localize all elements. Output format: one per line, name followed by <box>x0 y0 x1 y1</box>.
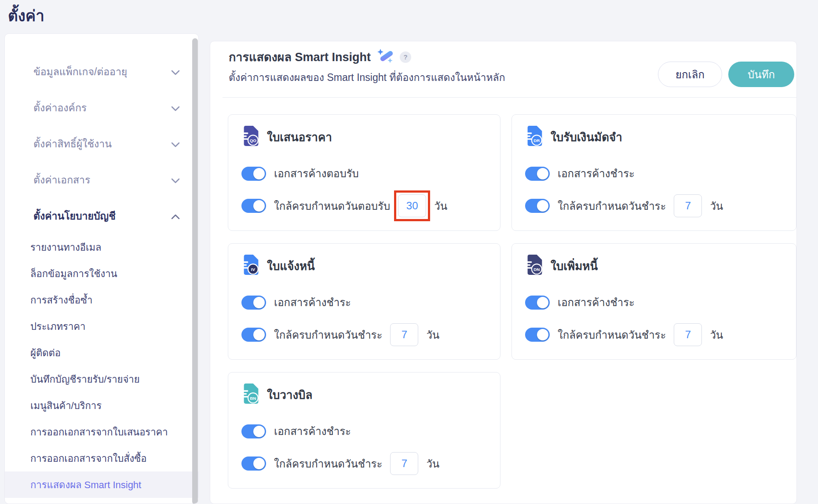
sidebar-item-smart-insight-display[interactable]: การแสดงผล Smart Insight <box>5 471 198 498</box>
toggle-label: ใกล้ครบกำหนดวันตอบรับ <box>274 197 390 215</box>
panel-subtitle: ตั้งค่าการแสดงผลของ Smart Insight ที่ต้อ… <box>229 69 505 85</box>
sidebar-item-product-service-menu[interactable]: เมนูสินค้า/บริการ <box>5 392 198 419</box>
sidebar-section-documents[interactable]: ตั้งค่าเอกสาร <box>5 162 198 198</box>
toggle-label: เอกสารค้างตอบรับ <box>274 165 359 182</box>
toggle-knob <box>253 200 265 212</box>
panel-header: การแสดงผล Smart Insight ? ต <box>210 41 796 87</box>
panel-title: การแสดงผล Smart Insight <box>229 47 371 66</box>
outstanding-payment-toggle[interactable] <box>241 296 266 310</box>
sidebar-item-label: ล็อกข้อมูลการใช้งาน <box>30 266 117 281</box>
outstanding-payment-toggle[interactable] <box>525 167 550 181</box>
toggle-knob <box>253 297 265 308</box>
sidebar-item-label: ประเภทราคา <box>30 319 85 334</box>
toggle-knob <box>253 426 265 437</box>
days-input[interactable] <box>674 323 702 346</box>
sidebar-section-accounting-policy[interactable]: ตั้งค่านโยบายบัญชี <box>5 198 198 234</box>
sidebar-item-income-expense-records[interactable]: บันทึกบัญชีรายรับ/รายจ่าย <box>5 366 198 392</box>
card-quotation: QO ใบเสนอราคา เอกสารค้างตอบรับ ใกล้ครบกำ… <box>228 114 500 231</box>
toggle-label: เอกสารค้างชำระ <box>274 423 351 440</box>
sidebar-item-label: รายงานทางอีเมล <box>30 240 102 255</box>
billing-note-document-icon: BN <box>241 383 261 406</box>
days-input[interactable] <box>674 194 702 217</box>
sidebar-scrollbar[interactable] <box>192 38 198 504</box>
debit-note-document-icon: DN <box>525 254 544 277</box>
toggle-knob <box>537 200 548 212</box>
toggle-label: เอกสารค้างชำระ <box>558 165 635 182</box>
card-invoice: IV ใบแจ้งหนี้ เอกสารค้างชำระ ใกล้ครบกำหน… <box>228 243 500 360</box>
chevron-down-icon <box>171 138 180 150</box>
card-deposit-receipt: DR ใบรับเงินมัดจำ เอกสารค้างชำระ ใกล้ครบ… <box>511 114 796 231</box>
near-due-toggle[interactable] <box>525 199 550 213</box>
outstanding-payment-toggle[interactable] <box>241 424 266 438</box>
days-input[interactable] <box>398 194 426 217</box>
near-due-toggle[interactable] <box>525 328 550 342</box>
sidebar-item-docs-from-purchase-order[interactable]: การออกเอกสารจากใบสั่งซื้อ <box>5 445 198 471</box>
sidebar-item-duplicate-names[interactable]: การสร้างชื่อซ้ำ <box>5 287 198 313</box>
cancel-button[interactable]: ยกเลิก <box>658 62 722 87</box>
sidebar-section-label: ตั้งค่าเอกสาร <box>33 172 90 188</box>
sidebar-item-label: บันทึกบัญชีรายรับ/รายจ่าย <box>30 372 140 387</box>
sidebar-item-lock-usage-data[interactable]: ล็อกข้อมูลการใช้งาน <box>5 260 198 287</box>
deposit-receipt-document-icon: DR <box>525 125 544 148</box>
days-unit-label: วัน <box>426 455 439 472</box>
sidebar-item-price-types[interactable]: ประเภทราคา <box>5 313 198 340</box>
sidebar-section-label: ตั้งค่าองค์กร <box>33 100 87 116</box>
toggle-label: ใกล้ครบกำหนดวันชำระ <box>558 326 666 343</box>
near-due-toggle[interactable] <box>241 328 266 342</box>
near-due-toggle[interactable] <box>241 199 266 213</box>
days-input[interactable] <box>390 452 418 475</box>
magic-wand-icon <box>376 48 394 66</box>
svg-text:DN: DN <box>533 267 540 272</box>
toggle-knob <box>537 168 548 179</box>
sidebar-item-contacts[interactable]: ผู้ติดต่อ <box>5 340 198 366</box>
pending-acceptance-toggle[interactable] <box>241 167 266 181</box>
chevron-down-icon <box>171 174 180 186</box>
near-due-toggle[interactable] <box>241 457 266 471</box>
sidebar-item-label: การออกเอกสารจากใบเสนอราคา <box>30 424 168 440</box>
toggle-label: ใกล้ครบกำหนดวันชำระ <box>274 455 382 472</box>
toggle-knob <box>253 329 265 340</box>
card-billing-note: BN ใบวางบิล เอกสารค้างชำระ ใกล้ครบกำหนดว… <box>228 372 500 489</box>
toggle-knob <box>253 168 265 179</box>
chevron-up-icon <box>171 210 180 222</box>
help-icon[interactable]: ? <box>400 51 411 63</box>
save-button[interactable]: บันทึก <box>728 62 794 87</box>
card-title: ใบรับเงินมัดจำ <box>551 128 622 146</box>
page-title: ตั้งค่า <box>8 4 44 28</box>
days-unit-label: วัน <box>434 197 447 215</box>
sidebar-item-label: การสร้างชื่อซ้ำ <box>30 292 92 308</box>
svg-text:IV: IV <box>251 267 256 272</box>
svg-text:QO: QO <box>250 138 257 143</box>
sidebar-item-label: ผู้ติดต่อ <box>30 345 61 361</box>
chevron-down-icon <box>171 102 180 114</box>
quotation-document-icon: QO <box>241 125 261 148</box>
sidebar-item-email-reports[interactable]: รายงานทางอีเมล <box>5 234 198 260</box>
toggle-knob <box>537 297 548 308</box>
days-unit-label: วัน <box>710 326 723 343</box>
sidebar-section-user-permissions[interactable]: ตั้งค่าสิทธิ์ผู้ใช้งาน <box>5 126 198 162</box>
toggle-knob <box>537 329 548 340</box>
svg-text:DR: DR <box>533 138 540 143</box>
sidebar-item-docs-from-quotation[interactable]: การออกเอกสารจากใบเสนอราคา <box>5 419 198 445</box>
smart-insight-settings-panel: การแสดงผล Smart Insight ? ต <box>210 41 797 504</box>
toggle-knob <box>253 458 265 469</box>
settings-sidebar: ข้อมูลแพ็กเกจ/ต่ออายุ ตั้งค่าองค์กร ตั้ง… <box>4 33 199 504</box>
days-unit-label: วัน <box>710 197 723 215</box>
sidebar-item-label: เมนูสินค้า/บริการ <box>30 398 102 413</box>
sidebar-section-organization[interactable]: ตั้งค่าองค์กร <box>5 90 198 126</box>
days-unit-label: วัน <box>426 326 439 343</box>
chevron-down-icon <box>171 66 180 78</box>
sidebar-section-label: ข้อมูลแพ็กเกจ/ต่ออายุ <box>33 64 127 80</box>
card-debit-note: DN ใบเพิ่มหนี้ เอกสารค้างชำระ ใกล้ครบกำห… <box>511 243 796 360</box>
svg-text:BN: BN <box>250 396 256 401</box>
days-input[interactable] <box>390 323 418 346</box>
sidebar-section-label: ตั้งค่าสิทธิ์ผู้ใช้งาน <box>33 136 112 152</box>
card-title: ใบวางบิล <box>267 386 313 404</box>
sidebar-section-package[interactable]: ข้อมูลแพ็กเกจ/ต่ออายุ <box>5 54 198 90</box>
toggle-label: ใกล้ครบกำหนดวันชำระ <box>274 326 382 343</box>
sidebar-section-label: ตั้งค่านโยบายบัญชี <box>33 208 116 224</box>
outstanding-payment-toggle[interactable] <box>525 296 550 310</box>
toggle-label: เอกสารค้างชำระ <box>274 294 351 311</box>
sidebar-item-label: การออกเอกสารจากใบสั่งซื้อ <box>30 451 146 466</box>
toggle-label: ใกล้ครบกำหนดวันชำระ <box>558 197 666 215</box>
